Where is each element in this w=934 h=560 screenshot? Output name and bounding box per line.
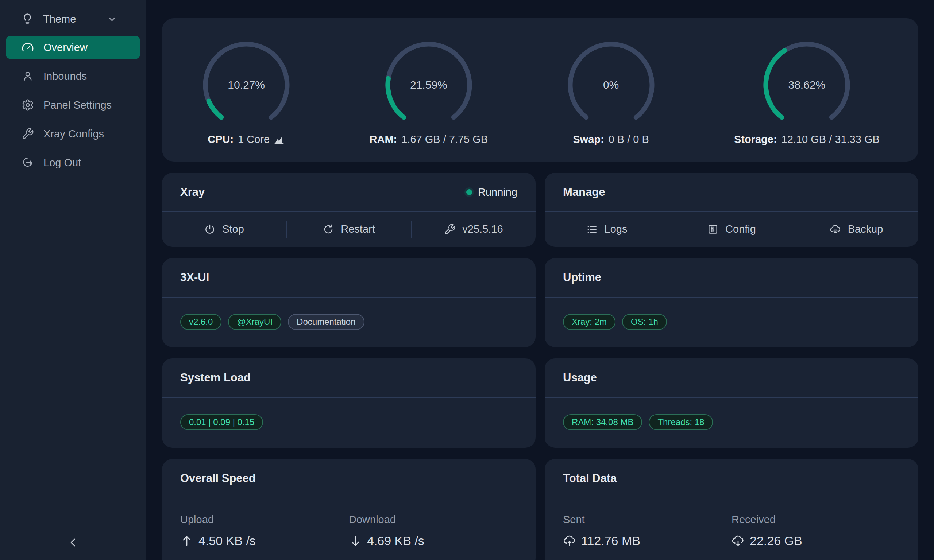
sent-stat: Sent 112.76 MB bbox=[563, 514, 732, 548]
gauge-ram: 21.59% RAM:1.67 GB / 7.75 GB bbox=[370, 39, 488, 145]
xui-card: 3X-UI v2.6.0 @XrayUI Documentation bbox=[162, 258, 536, 347]
xray-status: Running bbox=[466, 186, 517, 198]
ram-label: RAM:1.67 GB / 7.75 GB bbox=[370, 134, 488, 145]
usage-card: Usage RAM: 34.08 MB Threads: 18 bbox=[545, 358, 918, 448]
xray-card-title: Xray bbox=[180, 186, 205, 199]
sidebar-item-label: Inbounds bbox=[43, 70, 87, 82]
swap-percent: 0% bbox=[566, 39, 657, 131]
cloud-download-icon bbox=[732, 534, 744, 548]
received-stat: Received 22.26 GB bbox=[732, 514, 900, 548]
gear-icon bbox=[22, 99, 34, 111]
system-gauges-card: 10.27% CPU:1 Core 21.59% bbox=[162, 18, 918, 162]
xray-version-button[interactable]: v25.5.16 bbox=[412, 212, 536, 246]
sidebar-item-inbounds[interactable]: Inbounds bbox=[6, 65, 140, 88]
dashboard-icon bbox=[22, 41, 34, 54]
xray-uptime-badge: Xray: 2m bbox=[563, 314, 615, 330]
wrench-icon bbox=[444, 223, 456, 235]
swap-label: Swap:0 B / 0 B bbox=[573, 134, 649, 145]
arrow-up-icon bbox=[180, 534, 193, 548]
sidebar-item-panel-settings[interactable]: Panel Settings bbox=[6, 93, 140, 117]
sidebar-item-label: Overview bbox=[43, 42, 88, 54]
sidebar-item-log-out[interactable]: Log Out bbox=[6, 151, 140, 174]
threads-badge: Threads: 18 bbox=[649, 414, 713, 430]
sidebar: Theme Overview Inbounds bbox=[0, 0, 146, 560]
gauge-storage: 38.62% Storage:12.10 GB / 31.33 GB bbox=[734, 39, 880, 145]
wrench-icon bbox=[22, 128, 34, 140]
person-icon bbox=[22, 70, 34, 82]
cloud-server-icon bbox=[830, 223, 842, 235]
version-badge[interactable]: v2.6.0 bbox=[180, 314, 222, 330]
download-stat: Download 4.69 KB /s bbox=[349, 514, 517, 548]
system-load-title: System Load bbox=[180, 371, 251, 384]
restart-icon bbox=[322, 223, 334, 235]
upload-stat: Upload 4.50 KB /s bbox=[180, 514, 349, 548]
sidebar-item-overview[interactable]: Overview bbox=[6, 36, 140, 59]
logs-button[interactable]: Logs bbox=[545, 212, 669, 246]
system-load-card: System Load 0.01 | 0.09 | 0.15 bbox=[162, 358, 536, 448]
backup-button[interactable]: Backup bbox=[794, 212, 918, 246]
ram-percent: 21.59% bbox=[383, 39, 474, 131]
documentation-badge[interactable]: Documentation bbox=[288, 314, 364, 330]
manage-card: Manage Logs bbox=[545, 173, 918, 247]
usage-card-title: Usage bbox=[563, 371, 597, 384]
os-uptime-badge: OS: 1h bbox=[622, 314, 667, 330]
sidebar-item-label: Xray Configs bbox=[43, 128, 104, 140]
stop-button[interactable]: Stop bbox=[162, 212, 286, 246]
chevron-down-icon bbox=[106, 14, 117, 25]
config-button[interactable]: Config bbox=[669, 212, 794, 246]
overall-speed-title: Overall Speed bbox=[180, 472, 256, 485]
sidebar-nav: Overview Inbounds Panel Settings bbox=[0, 36, 146, 174]
chevron-left-icon bbox=[66, 535, 80, 550]
xui-card-title: 3X-UI bbox=[180, 271, 209, 284]
area-chart-icon[interactable] bbox=[273, 134, 285, 145]
load-average-badge: 0.01 | 0.09 | 0.15 bbox=[180, 414, 263, 430]
cloud-upload-icon bbox=[563, 534, 576, 548]
cpu-label: CPU:1 Core bbox=[208, 134, 285, 145]
gauge-swap: 0% Swap:0 B / 0 B bbox=[566, 39, 657, 145]
list-icon bbox=[586, 223, 598, 235]
sidebar-collapse-button[interactable] bbox=[0, 535, 146, 550]
sidebar-item-label: Panel Settings bbox=[43, 99, 112, 111]
uptime-card-title: Uptime bbox=[563, 271, 601, 284]
logout-icon bbox=[22, 156, 34, 169]
total-data-title: Total Data bbox=[563, 472, 617, 485]
total-data-card: Total Data Sent 112.76 MB bbox=[545, 459, 918, 560]
sidebar-item-xray-configs[interactable]: Xray Configs bbox=[6, 122, 140, 145]
theme-label: Theme bbox=[43, 13, 106, 25]
arrow-down-icon bbox=[349, 534, 362, 548]
gauge-cpu: 10.27% CPU:1 Core bbox=[201, 39, 292, 145]
restart-button[interactable]: Restart bbox=[287, 212, 411, 246]
lightbulb-icon bbox=[21, 13, 34, 25]
storage-percent: 38.62% bbox=[761, 39, 852, 131]
storage-label: Storage:12.10 GB / 31.33 GB bbox=[734, 134, 880, 145]
manage-card-title: Manage bbox=[563, 186, 605, 199]
sliders-icon bbox=[707, 223, 719, 235]
overall-speed-card: Overall Speed Upload 4.50 KB /s bbox=[162, 459, 536, 560]
power-icon bbox=[204, 223, 216, 235]
cpu-percent: 10.27% bbox=[201, 39, 292, 131]
sidebar-item-label: Log Out bbox=[43, 157, 81, 169]
xrayui-badge[interactable]: @XrayUI bbox=[228, 314, 281, 330]
theme-selector[interactable]: Theme bbox=[0, 9, 146, 29]
xray-card: Xray Running Stop bbox=[162, 173, 536, 247]
main-content: 10.27% CPU:1 Core 21.59% bbox=[146, 0, 934, 560]
ram-usage-badge: RAM: 34.08 MB bbox=[563, 414, 642, 430]
status-dot-icon bbox=[466, 189, 472, 195]
uptime-card: Uptime Xray: 2m OS: 1h bbox=[545, 258, 918, 347]
